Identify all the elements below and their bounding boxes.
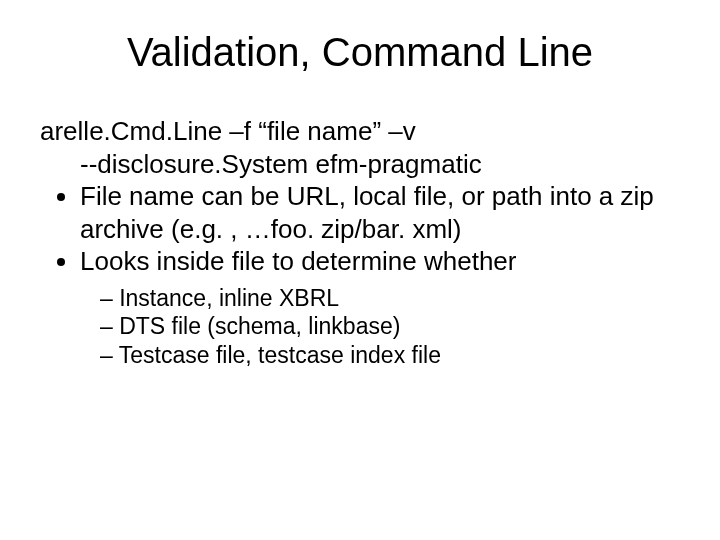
sub-bullet-item: Testcase file, testcase index file xyxy=(100,341,680,370)
sub-bullet-item: Instance, inline XBRL xyxy=(100,284,680,313)
bullet-list: File name can be URL, local file, or pat… xyxy=(48,180,680,370)
command-line-2: --disclosure.System efm-pragmatic xyxy=(80,148,680,181)
slide-body: arelle.Cmd.Line –f “file name” –v --disc… xyxy=(40,115,680,370)
bullet-item: File name can be URL, local file, or pat… xyxy=(80,180,680,245)
slide: Validation, Command Line arelle.Cmd.Line… xyxy=(0,0,720,540)
command-line-1: arelle.Cmd.Line –f “file name” –v xyxy=(40,115,680,148)
sub-bullet-list: Instance, inline XBRL DTS file (schema, … xyxy=(100,284,680,370)
bullet-item-text: Looks inside file to determine whether xyxy=(80,246,516,276)
sub-bullet-item: DTS file (schema, linkbase) xyxy=(100,312,680,341)
slide-title: Validation, Command Line xyxy=(40,30,680,75)
bullet-item: Looks inside file to determine whether I… xyxy=(80,245,680,370)
